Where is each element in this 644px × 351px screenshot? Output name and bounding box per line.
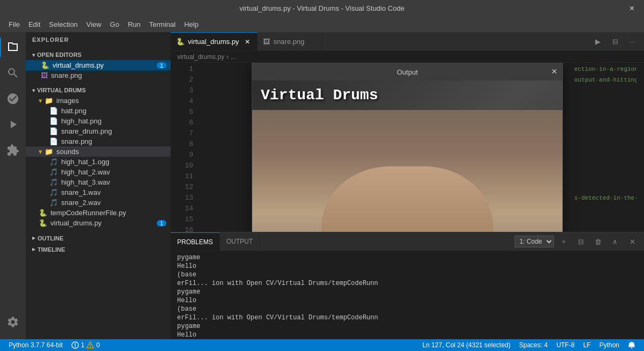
activity-settings[interactable] <box>0 309 26 335</box>
breadcrumb-file[interactable]: virtual_drums.py <box>177 53 224 61</box>
sidebar-header: EXPLORER <box>26 32 171 47</box>
statusbar-selection-text: Ln 127, Col 24 (4321 selected) <box>422 341 510 349</box>
wav-icon-3: 🎵 <box>49 178 58 186</box>
titlebar-close-button[interactable]: ✕ <box>619 0 644 16</box>
statusbar-spaces[interactable]: Spaces: 4 <box>515 341 552 349</box>
statusbar-notifications[interactable] <box>624 341 640 349</box>
open-editor-filename-1: virtual_drums.py <box>53 61 104 69</box>
statusbar-encoding-text: UTF-8 <box>557 341 575 349</box>
breadcrumb: virtual_drums.py › ... <box>171 51 644 63</box>
tab-virtual-drums[interactable]: 🐍 virtual_drums.py ✕ <box>171 32 258 50</box>
new-terminal-button[interactable]: ＋ <box>556 234 571 249</box>
breadcrumb-context: ... <box>231 53 236 61</box>
open-editors-header[interactable]: ▾ OPEN EDITORS <box>26 49 171 60</box>
bottom-panel-content: pygame Hello (base erFil... ion with Ope… <box>171 251 644 339</box>
virtual-drums-arrow: ▾ <box>32 87 35 93</box>
sounds-arrow-icon: ▾ <box>39 148 42 156</box>
error-icon <box>71 341 79 349</box>
terminal-line-10: Hello <box>171 331 644 339</box>
menu-run[interactable]: Run <box>123 18 145 31</box>
run-button[interactable]: ▶ <box>590 34 605 49</box>
menubar: File Edit Selection View Go Run Terminal… <box>0 16 644 32</box>
open-editor-virtual-drums[interactable]: 🐍 virtual_drums.py 1 <box>26 60 171 70</box>
warning-icon <box>86 341 94 349</box>
panel-close-button[interactable]: ✕ <box>625 234 640 249</box>
more-actions-button[interactable]: ··· <box>625 34 640 49</box>
sidebar: EXPLORER ▾ OPEN EDITORS 🐍 virtual_drums.… <box>26 32 171 339</box>
tab-snare[interactable]: 🖼 snare.png <box>258 32 322 50</box>
images-folder[interactable]: ▾ 📁 images <box>26 96 171 106</box>
statusbar-language[interactable]: Python <box>595 341 624 349</box>
activity-run[interactable] <box>0 112 26 137</box>
output-close-button[interactable]: ✕ <box>548 65 560 77</box>
open-editor-filename-2: snare.png <box>51 71 82 79</box>
terminal-line-2: Hello <box>171 262 644 270</box>
menu-edit[interactable]: Edit <box>24 18 45 31</box>
snare-drum-icon: 📄 <box>49 127 58 135</box>
statusbar-line-ending-text: LF <box>583 341 591 349</box>
kill-terminal-button[interactable]: 🗑 <box>590 234 605 249</box>
file-high-hat-3-name: high_hat_3.wav <box>61 178 110 186</box>
activity-source-control[interactable] <box>0 86 26 112</box>
folder-name-sounds: sounds <box>56 148 79 156</box>
statusbar-selection[interactable]: Ln 127, Col 24 (4321 selected) <box>418 341 515 349</box>
output-person: some text on shirtvirtual drums content <box>252 110 562 232</box>
terminal-line-8: erFil... ion with Open CV/Virtual Drums/… <box>171 313 644 322</box>
activitybar <box>0 32 26 339</box>
terminal-selector[interactable]: 1: Code <box>515 236 554 247</box>
bottom-tab-output[interactable]: OUTPUT <box>220 232 260 251</box>
outline-header[interactable]: ▸ OUTLINE <box>32 232 164 244</box>
statusbar-spaces-text: Spaces: 4 <box>519 341 547 349</box>
file-high-hat-1[interactable]: 🎵 high_hat_1.ogg <box>26 157 171 167</box>
activity-search[interactable] <box>0 60 26 86</box>
statusbar-python[interactable]: Python 3.7.7 64-bit <box>4 339 67 351</box>
output-video-title: Virtual Drums <box>252 81 562 110</box>
file-snare-png[interactable]: 📄 snare.png <box>26 136 171 147</box>
file-snare-2-name: snare_2.wav <box>61 199 101 207</box>
timeline-header[interactable]: ▸ TIMELINE <box>32 244 164 255</box>
file-snare-1-name: snare_1.wav <box>61 188 101 196</box>
wav-icon-snare-2: 🎵 <box>49 199 58 207</box>
activity-extensions[interactable] <box>0 137 26 163</box>
file-virtual-drums-root[interactable]: 🐍 virtual_drums.py 1 <box>26 218 171 228</box>
menu-view[interactable]: View <box>82 18 106 31</box>
main-area: EXPLORER ▾ OPEN EDITORS 🐍 virtual_drums.… <box>0 32 644 339</box>
statusbar-errors[interactable]: 1 0 <box>67 339 104 351</box>
statusbar-encoding[interactable]: UTF-8 <box>552 341 579 349</box>
virtual-drums-header[interactable]: ▾ VIRTUAL DRUMS <box>26 85 171 96</box>
output-overlay: Output ✕ Virtual Drums <box>171 63 644 232</box>
file-hatt[interactable]: 📄 hatt.png <box>26 106 171 116</box>
menu-selection[interactable]: Selection <box>45 18 82 31</box>
statusbar-right: Ln 127, Col 24 (4321 selected) Spaces: 4… <box>418 341 640 349</box>
sounds-folder-icon: 📁 <box>45 148 53 156</box>
tab-actions: ▶ ⊟ ··· <box>586 32 644 50</box>
file-high-hat-3[interactable]: 🎵 high_hat_3.wav <box>26 177 171 187</box>
split-editor-button[interactable]: ⊟ <box>608 34 623 49</box>
open-editors-section: ▾ OPEN EDITORS 🐍 virtual_drums.py 1 🖼 sn… <box>26 47 171 83</box>
open-editor-snare[interactable]: 🖼 snare.png <box>26 70 171 81</box>
tab-close-virtual-drums[interactable]: ✕ <box>243 38 252 46</box>
bottom-tab-problems[interactable]: PROBLEMS <box>171 232 220 251</box>
menu-help[interactable]: Help <box>180 18 203 31</box>
output-window-title: Output <box>397 68 418 76</box>
file-high-hat-2[interactable]: 🎵 high_hat_2.wav <box>26 167 171 177</box>
activity-explorer[interactable] <box>0 34 26 60</box>
panel-up-button[interactable]: ∧ <box>608 234 623 249</box>
virtual-drums-section: ▾ VIRTUAL DRUMS ▾ 📁 images 📄 hatt.png 📄 … <box>26 83 171 230</box>
statusbar-language-text: Python <box>599 341 619 349</box>
file-badge-vd: 1 <box>157 220 166 226</box>
file-snare-2[interactable]: 🎵 snare_2.wav <box>26 198 171 208</box>
file-high-hat[interactable]: 📄 high_hat.png <box>26 116 171 126</box>
menu-file[interactable]: File <box>4 18 24 31</box>
statusbar-line-ending[interactable]: LF <box>579 341 595 349</box>
file-temp-code-runner[interactable]: 🐍 tempCodeRunnerFile.py <box>26 208 171 218</box>
file-snare-1[interactable]: 🎵 snare_1.wav <box>26 187 171 198</box>
output-titlebar: Output ✕ <box>252 63 562 81</box>
outline-section: ▸ OUTLINE ▸ TIMELINE <box>26 230 171 257</box>
split-terminal-button[interactable]: ⊟ <box>573 234 588 249</box>
menu-terminal[interactable]: Terminal <box>145 18 180 31</box>
folder-arrow-icon: ▾ <box>39 97 42 105</box>
menu-go[interactable]: Go <box>106 18 123 31</box>
file-snare-drum[interactable]: 📄 snare_drum.png <box>26 126 171 136</box>
sounds-folder[interactable]: ▾ 📁 sounds <box>26 147 171 157</box>
